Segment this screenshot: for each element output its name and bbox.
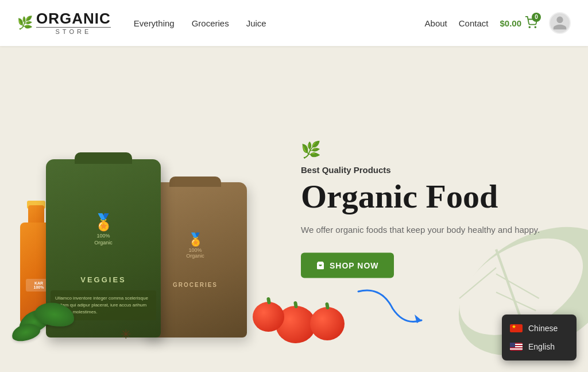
lang-english[interactable]: English xyxy=(502,338,577,356)
tomato-3 xyxy=(310,307,345,340)
cart-area[interactable]: $0.00 0 xyxy=(500,16,537,30)
nav-right: About Contact $0.00 0 xyxy=(425,12,571,34)
language-dropdown: Chinese English xyxy=(502,315,577,361)
hero-leaf-icon: 🌿 xyxy=(301,140,542,159)
shop-btn-label: SHOP NOW xyxy=(330,261,379,270)
hero-title: Organic Food xyxy=(301,179,542,214)
arrow-decoration xyxy=(347,280,427,338)
nav-everything[interactable]: Everything xyxy=(134,18,175,28)
svg-point-1 xyxy=(535,26,536,28)
products-area: KAR100% 🏅 100%Organic VEGGIES Ullamco in… xyxy=(0,62,293,372)
cart-icon-wrap[interactable]: 0 xyxy=(525,16,537,30)
bag-green-label: VEGGIES xyxy=(80,275,126,284)
shop-now-button[interactable]: SHOP NOW xyxy=(301,253,394,278)
bag-green-emblem: 100%Organic xyxy=(94,233,113,246)
cart-price: $0.00 xyxy=(500,18,521,28)
flag-us-icon xyxy=(510,343,523,351)
logo-brand: ORGANIC xyxy=(36,11,111,26)
quality-label: Best Quality Products xyxy=(301,164,542,174)
avatar[interactable] xyxy=(549,12,571,34)
flag-cn-icon xyxy=(510,324,523,332)
svg-point-0 xyxy=(529,26,530,28)
cart-badge: 0 xyxy=(532,13,541,22)
tomato-2 xyxy=(253,302,284,332)
nav-juice[interactable]: Juice xyxy=(246,18,266,28)
logo-sub: STORE xyxy=(36,27,111,35)
hero-content: 🌿 Best Quality Products Organic Food We … xyxy=(301,140,542,278)
nav-left: Everything Groceries Juice xyxy=(134,18,425,28)
bag-brown-label: GROCERIES xyxy=(173,282,218,288)
nav-contact[interactable]: Contact xyxy=(459,18,489,28)
bag-green-wreath: 🏅 xyxy=(94,213,114,232)
logo[interactable]: 🌿 ORGANIC STORE xyxy=(17,11,111,35)
lang-english-label: English xyxy=(528,342,555,351)
lang-chinese-label: Chinese xyxy=(528,324,558,333)
nav-about[interactable]: About xyxy=(425,18,447,28)
hero-description: We offer organic foods that keep your bo… xyxy=(301,223,542,237)
header: 🌿 ORGANIC STORE Everything Groceries Jui… xyxy=(0,0,588,46)
lang-chinese[interactable]: Chinese xyxy=(502,319,577,338)
user-icon xyxy=(552,15,568,31)
star-anise: ✳ xyxy=(121,327,131,342)
hero-section: KAR100% 🏅 100%Organic VEGGIES Ullamco in… xyxy=(0,46,588,372)
cart-small-icon xyxy=(316,261,325,270)
nav-groceries[interactable]: Groceries xyxy=(192,18,229,28)
logo-leaf-icon: 🌿 xyxy=(17,16,33,30)
